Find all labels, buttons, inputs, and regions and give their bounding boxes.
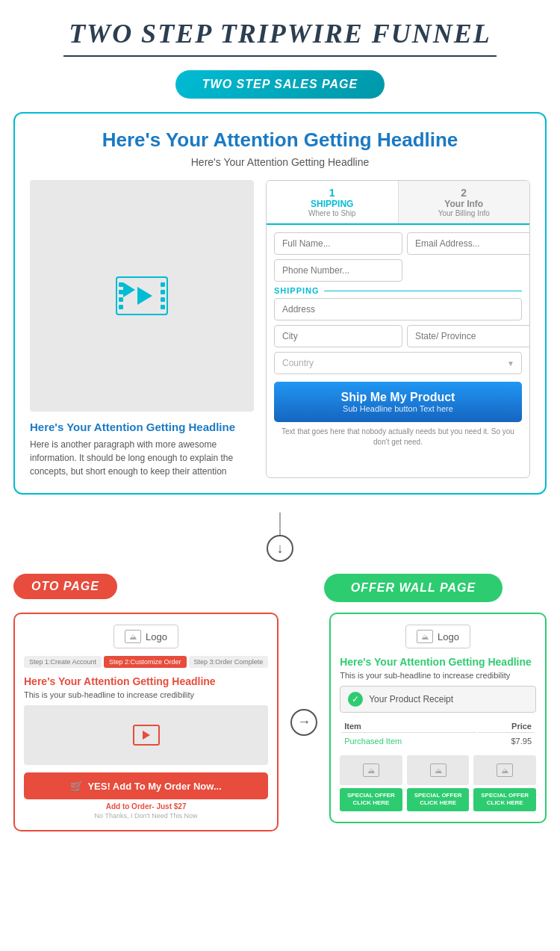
offer-wall-card: Logo Here's Your Attention Getting Headl… [329,613,547,823]
video-placeholder [30,180,254,412]
full-name-input[interactable] [274,232,402,255]
arrow-right-circle: → [290,709,317,736]
offer-wall-headline: Here's Your Attention Getting Headline [340,656,536,668]
oto-sub: This is your sub-headline to increase cr… [24,690,268,699]
ship-me-button[interactable]: Ship Me My Product Sub Headline button T… [274,382,522,422]
special-offer-1: SPECIAL OFFER CLICK HERE [340,755,402,811]
oto-logo-icon [125,630,141,643]
country-select[interactable]: Country [274,352,522,374]
oto-logo-text: Logo [146,631,167,642]
oto-headline: Here's Your Attention Getting Headline [24,675,268,687]
receipt-label: Your Product Receipt [369,694,453,704]
sales-page-badge: Two Step Sales Page [175,70,385,99]
special-offer-3: SPECIAL OFFER CLICK HERE [473,755,536,811]
city-input[interactable] [274,325,402,347]
oto-badge: OTO Page [13,574,117,599]
special-offer-btn-2[interactable]: SPECIAL OFFER CLICK HERE [407,788,470,811]
special-offers-grid: SPECIAL OFFER CLICK HERE SPECIAL OFFER C… [340,755,536,811]
no-thanks-text[interactable]: No Thanks, I Don't Need This Now [24,812,268,820]
check-circle-icon: ✓ [348,692,363,707]
state-input[interactable] [407,325,530,347]
offer-wall-badge: Offer Wall Page [324,574,503,602]
receipt-table: Item Price Purchased Item $7.95 [340,719,536,749]
add-to-order-btn[interactable]: 🛒 YES! Add To My Order Now... [24,772,268,799]
sales-card: Here's Your Attention Getting Headline H… [13,112,547,495]
special-offer-btn-3[interactable]: SPECIAL OFFER CLICK HERE [473,788,536,811]
step3-label: Step 3:Order Complete [189,656,269,668]
oto-video [24,705,268,765]
purchased-item: Purchased Item [341,734,476,748]
add-order-sub: Add to Order- Just $27 [24,802,268,811]
tab-shipping[interactable]: 1 SHIPPING Where to Ship [267,181,398,223]
sales-headline: Here's Your Attention Getting Headline [30,128,530,152]
offer-wall-sub: This is your sub-headline to increase cr… [340,671,536,680]
connector-line-top [279,512,281,535]
email-input[interactable] [407,232,530,255]
oto-card: Logo Step 1:Create Account Step 2:Custom… [13,613,279,831]
sales-subheadline: Here's Your Attention Getting Headline [30,156,530,168]
step2-label: Step 2:Customize Order [104,656,187,668]
left-headline: Here's Your Attention Getting Headline [30,421,254,433]
phone-input[interactable] [274,259,402,282]
item-price: $7.95 [478,734,535,748]
offer-logo-icon [417,630,433,643]
special-offer-btn-1[interactable]: SPECIAL OFFER CLICK HERE [340,788,402,811]
title-underline [63,55,497,57]
address-input[interactable] [274,298,522,320]
shipping-label: SHIPPING [274,286,522,295]
left-paragraph: Here is another paragraph with more awes… [30,438,254,478]
step1-label: Step 1:Create Account [24,656,102,668]
offer-logo-text: Logo [438,631,459,642]
special-offer-2: SPECIAL OFFER CLICK HERE [407,755,470,811]
cart-icon: 🛒 [70,780,83,792]
main-title: Two Step Tripwire Funnel [0,0,560,55]
tab-your-info[interactable]: 2 Your Info Your Billing Info [398,181,530,223]
arrow-down-circle: ↓ [267,535,293,562]
form-footer-text: Text that goes here that nobody actually… [274,427,522,447]
form-section: 1 SHIPPING Where to Ship 2 Your Info You… [266,180,530,478]
